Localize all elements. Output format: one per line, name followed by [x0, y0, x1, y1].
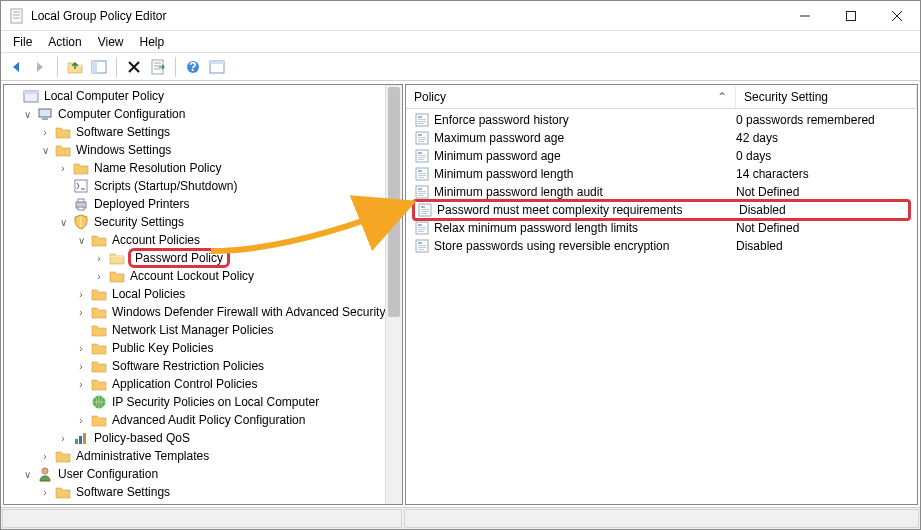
menu-view[interactable]: View — [90, 33, 132, 51]
tree-label: Windows Settings — [74, 142, 173, 158]
details-pane: Policy ⌃ Security Setting Enforce passwo… — [405, 84, 918, 505]
tree-label: Local Policies — [110, 286, 187, 302]
expand-icon[interactable]: › — [74, 343, 88, 354]
collapse-icon[interactable]: ∨ — [20, 109, 34, 120]
tree-scripts[interactable]: Scripts (Startup/Shutdown) — [6, 177, 400, 195]
menu-file[interactable]: File — [5, 33, 40, 51]
tree-label: Security Settings — [92, 214, 186, 230]
folder-icon — [91, 286, 107, 302]
list-row[interactable]: Store passwords using reversible encrypt… — [406, 237, 917, 255]
collapse-icon[interactable]: ∨ — [74, 235, 88, 246]
minimize-button[interactable] — [782, 1, 828, 31]
policy-icon — [414, 184, 430, 200]
tree-password-policy[interactable]: › Password Policy — [6, 249, 400, 267]
bars-icon — [73, 430, 89, 446]
up-button[interactable] — [64, 56, 86, 78]
list-row[interactable]: Enforce password history0 passwords reme… — [406, 111, 917, 129]
col-security-setting[interactable]: Security Setting — [736, 86, 917, 108]
menu-help[interactable]: Help — [132, 33, 173, 51]
maximize-button[interactable] — [828, 1, 874, 31]
tree-policy-based-qos[interactable]: › Policy-based QoS — [6, 429, 400, 447]
help-button[interactable]: ? — [182, 56, 204, 78]
expand-icon[interactable]: › — [56, 163, 70, 174]
tree-network-list-manager[interactable]: Network List Manager Policies — [6, 321, 400, 339]
tree-advanced-audit-policy[interactable]: › Advanced Audit Policy Configuration — [6, 411, 400, 429]
expand-icon[interactable]: › — [74, 307, 88, 318]
tree-application-control-policies[interactable]: › Application Control Policies — [6, 375, 400, 393]
col-label: Security Setting — [744, 90, 828, 104]
console-tree[interactable]: Local Computer Policy ∨ Computer Configu… — [4, 85, 402, 504]
policy-icon — [414, 148, 430, 164]
list-row[interactable]: Relax minimum password length limitsNot … — [406, 219, 917, 237]
tree-public-key-policies[interactable]: › Public Key Policies — [6, 339, 400, 357]
show-hide-tree-button[interactable] — [88, 56, 110, 78]
list-row[interactable]: Minimum password length14 characters — [406, 165, 917, 183]
back-button[interactable] — [5, 56, 27, 78]
tree-user-configuration[interactable]: ∨ User Configuration — [6, 465, 400, 483]
properties-button[interactable] — [206, 56, 228, 78]
tree-user-software-settings[interactable]: › Software Settings — [6, 483, 400, 501]
tree-windows-settings[interactable]: ∨ Windows Settings — [6, 141, 400, 159]
app-icon — [9, 8, 25, 24]
tree-label: Advanced Audit Policy Configuration — [110, 412, 307, 428]
separator — [57, 57, 58, 77]
tree-security-settings[interactable]: ∨ Security Settings — [6, 213, 400, 231]
separator — [175, 57, 176, 77]
policy-setting: Not Defined — [736, 221, 909, 235]
tree-software-settings[interactable]: › Software Settings — [6, 123, 400, 141]
expand-icon[interactable]: › — [74, 361, 88, 372]
folder-icon — [73, 160, 89, 176]
tree-label: Public Key Policies — [110, 340, 215, 356]
col-policy[interactable]: Policy ⌃ — [406, 86, 736, 108]
tree-local-policies[interactable]: › Local Policies — [6, 285, 400, 303]
tree-windows-defender-firewall[interactable]: › Windows Defender Firewall with Advance… — [6, 303, 400, 321]
user-icon — [37, 466, 53, 482]
tree-software-restriction-policies[interactable]: › Software Restriction Policies — [6, 357, 400, 375]
list-body: Enforce password history0 passwords reme… — [406, 109, 917, 257]
tree-computer-configuration[interactable]: ∨ Computer Configuration — [6, 105, 400, 123]
expand-icon[interactable]: › — [92, 271, 106, 282]
list-row[interactable]: Minimum password length auditNot Defined — [406, 183, 917, 201]
vertical-scrollbar[interactable] — [385, 85, 402, 504]
expand-icon[interactable]: › — [92, 253, 106, 264]
export-button[interactable] — [147, 56, 169, 78]
tree-deployed-printers[interactable]: Deployed Printers — [6, 195, 400, 213]
tree-account-lockout-policy[interactable]: › Account Lockout Policy — [6, 267, 400, 285]
folder-icon — [91, 358, 107, 374]
folder-icon — [91, 340, 107, 356]
tree-label: Local Computer Policy — [42, 88, 166, 104]
list-row[interactable]: Minimum password age0 days — [406, 147, 917, 165]
tree-ip-security-policies[interactable]: IP Security Policies on Local Computer — [6, 393, 400, 411]
tree-label: IP Security Policies on Local Computer — [110, 394, 321, 410]
forward-button[interactable] — [29, 56, 51, 78]
policy-name: Relax minimum password length limits — [434, 221, 638, 235]
expand-icon[interactable]: › — [56, 433, 70, 444]
expand-icon[interactable]: › — [38, 487, 52, 498]
expand-icon[interactable]: › — [74, 289, 88, 300]
policy-setting: Not Defined — [736, 185, 909, 199]
script-icon — [73, 178, 89, 194]
tree-name-resolution-policy[interactable]: › Name Resolution Policy — [6, 159, 400, 177]
expand-icon[interactable]: › — [38, 127, 52, 138]
expand-icon[interactable]: › — [38, 451, 52, 462]
list-row[interactable]: Password must meet complexity requiremen… — [412, 199, 911, 221]
expand-icon[interactable]: › — [74, 415, 88, 426]
expand-icon[interactable]: › — [74, 379, 88, 390]
tree-account-policies[interactable]: ∨ Account Policies — [6, 231, 400, 249]
collapse-icon[interactable]: ∨ — [56, 217, 70, 228]
delete-button[interactable] — [123, 56, 145, 78]
folder-icon — [91, 322, 107, 338]
list-row[interactable]: Maximum password age42 days — [406, 129, 917, 147]
tree-administrative-templates[interactable]: › Administrative Templates — [6, 447, 400, 465]
collapse-icon[interactable]: ∨ — [38, 145, 52, 156]
tree-label: Computer Configuration — [56, 106, 187, 122]
policy-name: Password must meet complexity requiremen… — [437, 203, 682, 217]
svg-rect-23 — [92, 61, 97, 73]
menu-action[interactable]: Action — [40, 33, 89, 51]
collapse-icon[interactable]: ∨ — [20, 469, 34, 480]
policy-name: Minimum password age — [434, 149, 561, 163]
tree-root[interactable]: Local Computer Policy — [6, 87, 400, 105]
close-button[interactable] — [874, 1, 920, 31]
policy-setting: 42 days — [736, 131, 909, 145]
policy-setting: 14 characters — [736, 167, 909, 181]
